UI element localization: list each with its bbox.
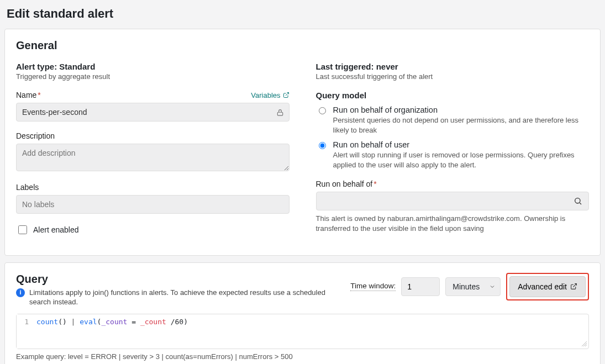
run-org-title[interactable]: Run on behalf of organization — [333, 105, 590, 114]
external-link-icon — [283, 92, 290, 98]
alert-type-label: Alert type: Standard — [16, 62, 290, 71]
last-triggered-label: Last triggered: never — [316, 62, 590, 71]
advanced-edit-button[interactable]: Advanced edit — [509, 276, 586, 297]
name-label: Name — [16, 91, 36, 99]
general-heading: General — [16, 39, 589, 52]
code-gutter: 1 — [17, 314, 32, 349]
svg-line-0 — [286, 93, 289, 96]
required-marker-2: * — [373, 180, 376, 188]
search-icon — [574, 197, 582, 205]
labels-label: Labels — [16, 183, 39, 192]
info-icon: i — [16, 288, 25, 297]
labels-input[interactable] — [16, 195, 290, 214]
time-window-value-input[interactable] — [401, 277, 440, 296]
general-card: General Alert type: Standard Triggered b… — [4, 29, 601, 256]
lock-icon — [276, 108, 284, 117]
chevron-down-icon — [489, 283, 496, 290]
query-model-heading: Query model — [316, 91, 590, 100]
page-title: Edit standard alert — [7, 7, 601, 21]
description-label: Description — [16, 131, 55, 140]
time-window-label: Time window: — [350, 282, 396, 291]
time-window-unit-select[interactable]: Minutes — [445, 277, 501, 296]
alert-type-sub: Triggered by aggregate result — [16, 72, 290, 81]
last-triggered-sub: Last successful triggering of the alert — [316, 72, 590, 81]
run-org-radio[interactable] — [319, 107, 326, 114]
run-user-title[interactable]: Run on behalf of user — [333, 140, 590, 149]
variables-link[interactable]: Variables — [251, 91, 289, 99]
time-window-unit-value: Minutes — [453, 282, 480, 291]
query-heading: Query — [16, 273, 339, 286]
resize-handle-icon[interactable] — [581, 340, 587, 347]
owner-note: This alert is owned by naburan.amirthali… — [316, 214, 590, 234]
code-line-1[interactable]: count() | eval(_count = _count /60) — [32, 314, 588, 349]
svg-line-4 — [573, 284, 576, 287]
required-marker: * — [38, 91, 40, 99]
run-org-desc: Persistent queries do not depend on user… — [333, 115, 590, 135]
example-query-text: Example query: level = ERROR | severity … — [16, 352, 589, 361]
query-card: Query i Limitations apply to join() func… — [4, 262, 601, 364]
external-link-icon — [570, 283, 577, 290]
svg-point-2 — [575, 198, 580, 203]
advanced-edit-highlight: Advanced edit — [506, 273, 589, 300]
query-editor[interactable]: 1 count() | eval(_count = _count /60) — [16, 314, 589, 349]
on-behalf-label: Run on behalf of — [316, 180, 373, 188]
description-textarea[interactable] — [16, 144, 290, 171]
svg-line-3 — [580, 203, 581, 204]
name-input[interactable] — [16, 103, 290, 122]
advanced-edit-label: Advanced edit — [518, 282, 567, 291]
variables-link-text: Variables — [251, 91, 280, 99]
run-user-radio[interactable] — [319, 142, 326, 149]
query-limitation-text: Limitations apply to join() functions in… — [29, 288, 339, 307]
run-user-desc: Alert will stop running if user is remov… — [333, 150, 590, 170]
svg-rect-1 — [277, 113, 282, 116]
alert-enabled-label[interactable]: Alert enabled — [33, 225, 79, 234]
alert-enabled-checkbox[interactable] — [18, 225, 27, 234]
on-behalf-input[interactable] — [316, 192, 590, 210]
